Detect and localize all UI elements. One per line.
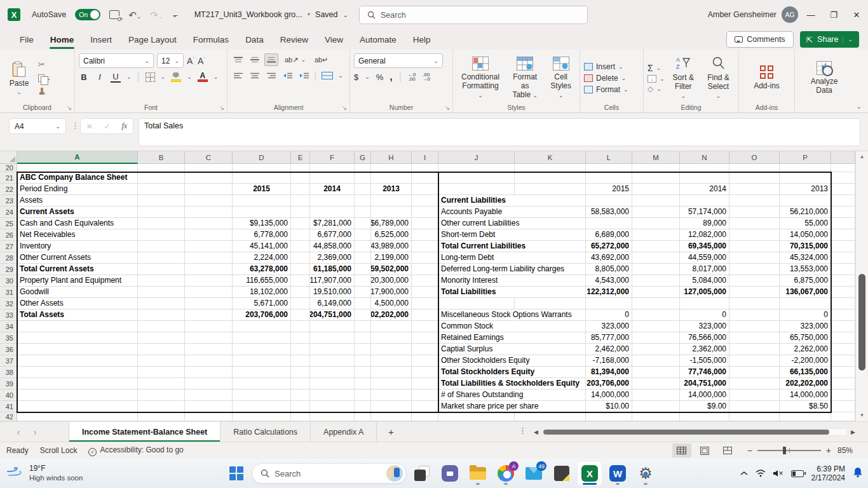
cell-L29[interactable]: 8,805,000 xyxy=(586,264,632,275)
tab-scroll-splitter[interactable]: ⋮ xyxy=(519,426,527,435)
find-select-button[interactable]: Find & Select ⌄ xyxy=(702,53,735,102)
menu-tab-automate[interactable]: Automate xyxy=(351,32,405,48)
cell-C31[interactable] xyxy=(185,287,233,298)
zoom-slider[interactable] xyxy=(757,450,821,451)
cell-L30[interactable]: 4,543,000 xyxy=(586,275,632,287)
row-header-32[interactable]: 32 xyxy=(0,298,17,309)
taskbar-mail-button[interactable]: 49 xyxy=(521,461,546,486)
cell-F29[interactable]: 61,185,000 xyxy=(310,264,355,275)
cell-D27[interactable]: 45,141,000 xyxy=(233,241,291,252)
column-header-P[interactable]: P xyxy=(780,151,831,164)
row-header-34[interactable]: 34 xyxy=(0,321,17,332)
cell-M32[interactable] xyxy=(632,298,680,309)
cell-L25[interactable] xyxy=(586,218,632,229)
cell-F36[interactable] xyxy=(310,344,355,355)
cell-F20[interactable] xyxy=(310,164,355,172)
cell-O21[interactable] xyxy=(729,172,780,184)
cell-O24[interactable] xyxy=(729,207,780,218)
cell-J30[interactable]: Monority Interest xyxy=(438,275,586,287)
cell-H36[interactable] xyxy=(371,344,412,355)
cell-E35[interactable] xyxy=(291,332,310,344)
cell-O32[interactable] xyxy=(729,298,780,309)
row-header-23[interactable]: 23 xyxy=(0,195,17,207)
cell-X39[interactable] xyxy=(831,378,855,390)
cell-G21[interactable] xyxy=(355,172,371,184)
cell-E30[interactable] xyxy=(291,275,310,287)
cell-F38[interactable] xyxy=(310,367,355,378)
cell-X28[interactable] xyxy=(831,252,855,264)
cell-N41[interactable]: $9.00 xyxy=(680,401,729,412)
insert-cells-button[interactable]: Insert⌄ xyxy=(584,62,628,71)
cell-I28[interactable] xyxy=(412,252,438,264)
cell-J37[interactable]: Other Stockholders Equity xyxy=(438,355,586,367)
cell-O33[interactable] xyxy=(729,309,780,321)
cell-I35[interactable] xyxy=(412,332,438,344)
cell-I36[interactable] xyxy=(412,344,438,355)
cell-I40[interactable] xyxy=(412,390,438,401)
cell-A27[interactable]: Inventory xyxy=(17,241,138,252)
cell-P20[interactable] xyxy=(780,164,831,172)
cell-E24[interactable] xyxy=(291,207,310,218)
cell-D25[interactable]: $9,135,000 xyxy=(233,218,291,229)
cell-N32[interactable] xyxy=(680,298,729,309)
zoom-out-icon[interactable]: − xyxy=(747,445,752,456)
cell-E23[interactable] xyxy=(291,195,310,207)
cell-C34[interactable] xyxy=(185,321,233,332)
cell-C21[interactable] xyxy=(185,172,233,184)
row-header-41[interactable]: 41 xyxy=(0,401,17,412)
cell-F39[interactable] xyxy=(310,378,355,390)
cell-H39[interactable] xyxy=(371,378,412,390)
cell-N42[interactable] xyxy=(680,412,729,421)
scroll-left-icon[interactable]: ◀ xyxy=(534,429,541,435)
cell-N31[interactable]: 127,005,000 xyxy=(680,287,729,298)
currency-format-button[interactable]: $ xyxy=(354,72,358,82)
underline-button[interactable]: U xyxy=(111,72,121,83)
next-sheet-icon[interactable]: › xyxy=(27,427,43,437)
cell-J28[interactable]: Long-term Debt xyxy=(438,252,586,264)
vertical-scroll-thumb[interactable] xyxy=(858,274,865,370)
cell-G34[interactable] xyxy=(355,321,371,332)
cell-X27[interactable] xyxy=(831,241,855,252)
cell-F32[interactable]: 6,149,000 xyxy=(310,298,355,309)
cell-I23[interactable] xyxy=(412,195,438,207)
comments-button[interactable]: Comments xyxy=(726,31,793,48)
cell-J35[interactable]: Retained Earnings xyxy=(438,332,586,344)
comma-format-button[interactable]: , xyxy=(390,71,392,83)
normal-view-button[interactable] xyxy=(672,444,691,458)
format-as-table-button[interactable]: Format as Table ⌄ xyxy=(508,53,542,102)
cell-H20[interactable] xyxy=(371,164,412,172)
cell-P38[interactable]: 66,135,000 xyxy=(780,367,831,378)
taskbar-sticky-notes-button[interactable] xyxy=(549,461,574,486)
cell-X20[interactable] xyxy=(831,164,855,172)
cell-J34[interactable]: Common Stock xyxy=(438,321,586,332)
cell-A23[interactable]: Assets xyxy=(17,195,138,207)
cell-C27[interactable] xyxy=(185,241,233,252)
minimize-button[interactable]: — xyxy=(799,0,822,29)
cell-P24[interactable]: 56,210,000 xyxy=(780,207,831,218)
cell-D32[interactable]: 5,671,000 xyxy=(233,298,291,309)
cell-I34[interactable] xyxy=(412,321,438,332)
cell-E40[interactable] xyxy=(291,390,310,401)
cell-B20[interactable] xyxy=(138,164,185,172)
cell-E27[interactable] xyxy=(291,241,310,252)
wrap-text-button[interactable]: ab↵ xyxy=(315,56,328,64)
cell-I39[interactable] xyxy=(412,378,438,390)
title-search-box[interactable]: Search xyxy=(359,6,588,24)
cell-N29[interactable]: 8,017,000 xyxy=(680,264,729,275)
bottom-align-button[interactable] xyxy=(264,53,278,66)
cell-E32[interactable] xyxy=(291,298,310,309)
cell-E39[interactable] xyxy=(291,378,310,390)
increase-indent-button[interactable] xyxy=(297,69,311,82)
cell-A30[interactable]: Property Plant and Equipment xyxy=(17,275,138,287)
cell-E29[interactable] xyxy=(291,264,310,275)
cell-O42[interactable] xyxy=(729,412,780,421)
cell-O37[interactable] xyxy=(729,355,780,367)
cell-L37[interactable]: -7,168,000 xyxy=(586,355,632,367)
cell-F27[interactable]: 44,858,000 xyxy=(310,241,355,252)
column-header-C[interactable]: C xyxy=(185,151,233,164)
cell-A31[interactable]: Goodwill xyxy=(17,287,138,298)
cell-H26[interactable]: 6,525,000 xyxy=(371,229,412,241)
cell-N28[interactable]: 44,559,000 xyxy=(680,252,729,264)
cell-K21[interactable] xyxy=(515,172,586,184)
cell-I25[interactable] xyxy=(412,218,438,229)
